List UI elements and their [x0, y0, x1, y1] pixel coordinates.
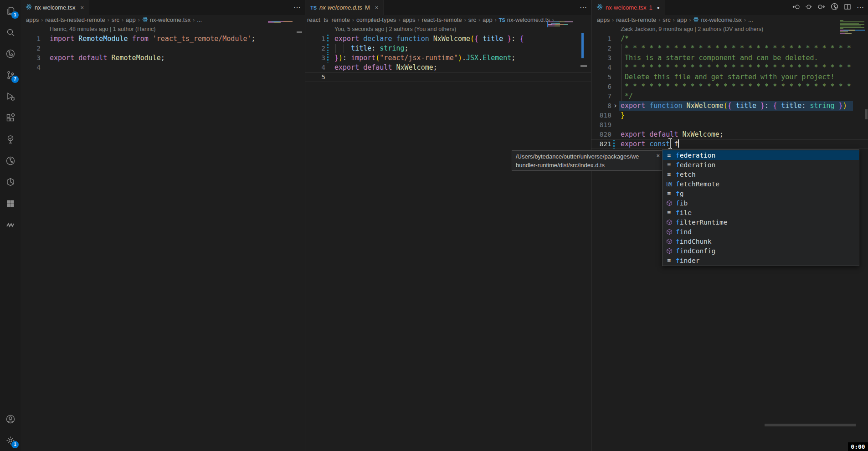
breadcrumb-item[interactable]: app	[483, 16, 493, 23]
code-line[interactable]: 821export const f	[591, 139, 868, 149]
breadcrumb-item[interactable]: react_ts_remote	[307, 16, 350, 23]
code-line[interactable]: 2 * * * * * * * * * * * * * * * * * * * …	[591, 44, 868, 53]
suggest-item[interactable]: ≡federation	[663, 150, 859, 160]
code-line[interactable]: 4	[21, 63, 305, 72]
dirty-dot-icon[interactable]: ●	[657, 5, 660, 10]
line-number: 4	[305, 63, 325, 72]
code-line[interactable]: 6 * * * * * * * * * * * * * * * * * * * …	[591, 82, 868, 92]
breadcrumb-item[interactable]: apps	[26, 16, 39, 23]
breadcrumb-item[interactable]: nx-welcome.tsx	[142, 16, 191, 24]
suggest-item[interactable]: ≡federation	[663, 160, 859, 169]
minimap[interactable]	[548, 21, 573, 27]
code-line[interactable]: 1/*	[591, 34, 868, 44]
remote-graph-icon[interactable]	[0, 43, 21, 64]
code-line[interactable]: 1import RemoteModule from 'react_ts_remo…	[21, 34, 305, 44]
suggest-item[interactable]: ≡fetch	[663, 169, 859, 179]
breadcrumb-item[interactable]: apps	[402, 16, 415, 23]
breadcrumb-item[interactable]: ...	[197, 16, 202, 23]
hexagon-extension-icon[interactable]	[0, 171, 21, 193]
solid-grid-extension-icon[interactable]	[0, 193, 21, 214]
git-blame-codelens[interactable]: Hanric, 48 minutes ago | 1 author (Hanri…	[21, 25, 305, 34]
more-actions-icon[interactable]: ⋯	[293, 3, 301, 12]
vertical-scrollbar[interactable]	[865, 109, 868, 119]
code-line[interactable]: 5	[305, 72, 591, 82]
timeline-graph-icon[interactable]	[0, 150, 21, 171]
horizontal-scrollbar[interactable]	[765, 424, 856, 426]
suggest-item[interactable]: findChunk	[663, 236, 859, 246]
explorer-badge: 1	[11, 11, 19, 19]
breadcrumb-item[interactable]: TSnx-welcome.d.ts	[499, 16, 550, 23]
suggest-item[interactable]: filterRuntime	[663, 217, 859, 227]
minimap[interactable]	[840, 20, 865, 34]
code-editor: You, 5 seconds ago | 2 authors (You and …	[305, 25, 591, 82]
extensions-icon[interactable]	[0, 107, 21, 128]
code-line[interactable]: 4 * * * * * * * * * * * * * * * * * * * …	[591, 63, 868, 72]
fold-chevron-icon[interactable]: ›	[613, 101, 617, 111]
more-actions-icon[interactable]: ⋯	[580, 3, 587, 12]
breadcrumb-item[interactable]: app	[126, 16, 136, 23]
breadcrumb-item[interactable]: ...	[748, 16, 753, 23]
breadcrumb-item[interactable]: react-ts-nested-remote	[45, 16, 105, 23]
close-icon[interactable]: ×	[656, 151, 660, 160]
code-line[interactable]: 1export declare function NxWelcome({ tit…	[305, 34, 591, 44]
line-number: 1	[305, 34, 325, 44]
code-line[interactable]: 2 title: string;	[305, 44, 591, 53]
search-icon[interactable]	[0, 21, 21, 43]
suggest-item[interactable]: find	[663, 227, 859, 236]
code-line[interactable]: 4export default NxWelcome;	[305, 63, 591, 72]
minimap[interactable]	[268, 21, 293, 24]
breadcrumb-item[interactable]: apps	[597, 16, 610, 23]
settings-gear-icon[interactable]: 1	[0, 430, 21, 451]
next-change-icon[interactable]	[818, 3, 825, 12]
breadcrumb-item[interactable]: react-ts-remote	[422, 16, 462, 23]
breadcrumb-item[interactable]: compiled-types	[356, 16, 396, 23]
code-line[interactable]: 5 Delete this file and get started with …	[591, 72, 868, 82]
code-line[interactable]: 2	[21, 44, 305, 53]
run-debug-icon[interactable]	[0, 86, 21, 107]
suggest-item[interactable]: ≡file	[663, 208, 859, 217]
line-number: 2	[591, 44, 611, 53]
tab-nx-welcome-dts[interactable]: TS nx-welcome.d.ts M ×	[305, 0, 384, 15]
breadcrumb-separator: ›	[612, 17, 614, 23]
tab-nx-welcome-tsx-left[interactable]: nx-welcome.tsx ×	[21, 0, 89, 15]
code-line[interactable]: 819	[591, 120, 868, 130]
git-blame-codelens[interactable]: Zack Jackson, 9 months ago | 2 authors (…	[591, 25, 868, 34]
breadcrumb-item[interactable]: react-ts-remote	[616, 16, 656, 23]
suggest-item[interactable]: [@]fetchRemote	[663, 179, 859, 189]
suggest-item[interactable]: ≡fg	[663, 189, 859, 198]
timeline-icon[interactable]	[831, 3, 838, 12]
close-icon[interactable]: ×	[81, 4, 84, 11]
activity-bar: 1 7	[0, 0, 21, 451]
breadcrumb-item[interactable]: src	[468, 16, 476, 23]
wave-extension-icon[interactable]	[0, 214, 21, 236]
previous-change-icon[interactable]	[792, 3, 800, 12]
symbol-value-icon: [@]	[665, 181, 673, 186]
breadcrumb: apps›react-ts-remote›src›app›nx-welcome.…	[591, 15, 868, 25]
breadcrumb-item[interactable]: app	[677, 16, 687, 23]
more-actions-icon[interactable]: ⋯	[857, 3, 864, 12]
code-line[interactable]: 820export default NxWelcome;	[591, 130, 868, 139]
tree-extension-icon[interactable]	[0, 128, 21, 150]
code-line[interactable]: 3export default RemoteModule;	[21, 53, 305, 63]
breadcrumb-separator: ›	[464, 17, 466, 23]
code-line[interactable]: 3}): import("react/jsx-runtime").JSX.Ele…	[305, 53, 591, 63]
code-line[interactable]: 8›export function NxWelcome({ title }: {…	[591, 101, 868, 111]
code-line[interactable]: 7 */	[591, 92, 868, 101]
modified-gutter-marker	[327, 44, 329, 53]
split-editor-icon[interactable]	[844, 3, 851, 12]
breadcrumb-item[interactable]: src	[663, 16, 670, 23]
breadcrumb-item[interactable]: src	[112, 16, 119, 23]
accounts-icon[interactable]	[0, 408, 21, 430]
suggest-item[interactable]: fib	[663, 198, 859, 208]
tab-nx-welcome-tsx-right[interactable]: nx-welcome.tsx 1 ●	[591, 0, 665, 15]
breadcrumb-separator: ›	[418, 17, 420, 23]
code-line[interactable]: 3 This is a starter component and can be…	[591, 53, 868, 63]
suggest-item[interactable]: ≡finder	[663, 256, 859, 265]
suggest-item[interactable]: findConfig	[663, 246, 859, 256]
source-control-icon[interactable]: 7	[0, 64, 21, 86]
explorer-icon[interactable]: 1	[0, 0, 21, 21]
breadcrumb-item[interactable]: nx-welcome.tsx	[693, 16, 742, 24]
code-line[interactable]: 818}	[591, 111, 868, 120]
open-changes-icon[interactable]	[805, 3, 812, 12]
close-icon[interactable]: ×	[375, 4, 379, 11]
